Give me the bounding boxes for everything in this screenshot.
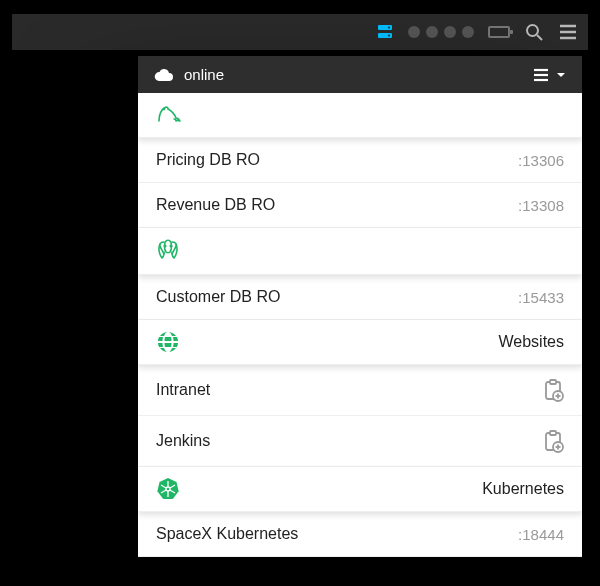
connection-label: SpaceX Kubernetes xyxy=(156,525,298,543)
connection-port: :18444 xyxy=(518,526,564,543)
section-label: Kubernetes xyxy=(482,480,564,498)
section-header-postgres[interactable] xyxy=(138,228,582,275)
connection-label: Pricing DB RO xyxy=(156,151,260,169)
svg-line-5 xyxy=(537,35,542,40)
clipboard-add-icon[interactable] xyxy=(542,378,564,402)
section-header-mysql[interactable] xyxy=(138,93,582,138)
connection-row[interactable]: Pricing DB RO :13306 xyxy=(138,138,582,183)
server-status-icon[interactable] xyxy=(376,23,394,41)
battery-icon xyxy=(488,26,510,38)
connection-port: :13306 xyxy=(518,152,564,169)
search-icon[interactable] xyxy=(524,22,544,42)
section-header-websites[interactable]: Websites xyxy=(138,320,582,365)
connection-row[interactable]: Customer DB RO :15433 xyxy=(138,275,582,320)
mysql-icon xyxy=(156,103,182,127)
svg-point-12 xyxy=(163,108,164,109)
dot-icon xyxy=(426,26,438,38)
connection-label: Revenue DB RO xyxy=(156,196,275,214)
menu-icon[interactable] xyxy=(558,22,578,42)
connection-port: :13308 xyxy=(518,197,564,214)
dot-icon xyxy=(462,26,474,38)
connection-row[interactable]: SpaceX Kubernetes :18444 xyxy=(138,512,582,557)
section-header-kubernetes[interactable]: Kubernetes xyxy=(138,467,582,512)
dot-icon xyxy=(408,26,420,38)
postgres-icon xyxy=(156,238,180,264)
cloud-icon xyxy=(154,68,174,82)
svg-point-3 xyxy=(388,35,390,37)
panel-status: online xyxy=(184,66,524,83)
panel-header: online xyxy=(138,56,582,93)
svg-rect-21 xyxy=(550,431,556,435)
dot-icon xyxy=(444,26,456,38)
panel-menu-button[interactable] xyxy=(534,68,566,82)
svg-point-13 xyxy=(164,245,165,246)
clipboard-add-icon[interactable] xyxy=(542,429,564,453)
connection-label: Customer DB RO xyxy=(156,288,280,306)
svg-point-4 xyxy=(527,25,538,36)
connections-panel: online Pricing DB RO :13306 Revenue DB R… xyxy=(138,56,582,557)
section-label: Websites xyxy=(498,333,564,351)
connection-port: :15433 xyxy=(518,289,564,306)
svg-rect-16 xyxy=(550,380,556,384)
kubernetes-icon xyxy=(156,477,180,501)
connection-row[interactable]: Revenue DB RO :13308 xyxy=(138,183,582,228)
connection-label: Jenkins xyxy=(156,432,210,450)
svg-point-2 xyxy=(388,27,390,29)
connection-label: Intranet xyxy=(156,381,210,399)
system-topbar xyxy=(12,14,588,50)
svg-point-14 xyxy=(170,245,171,246)
status-dots xyxy=(408,26,474,38)
connection-row[interactable]: Jenkins xyxy=(138,416,582,467)
globe-icon xyxy=(156,330,180,354)
connection-row[interactable]: Intranet xyxy=(138,365,582,416)
